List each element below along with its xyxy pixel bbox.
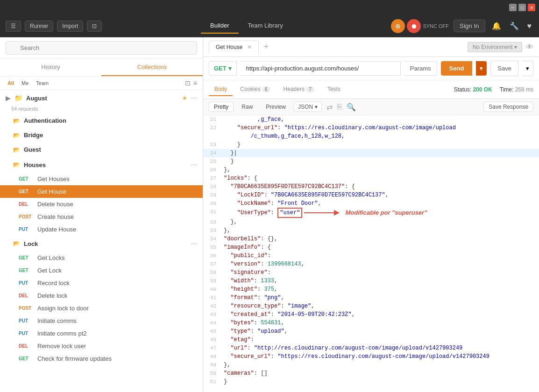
item-get-house[interactable]: GET Get House [0,185,203,198]
item-get-lock[interactable]: GET Get Lock [0,264,203,277]
json-viewer[interactable]: 21 ,g_face, 22 "secure_url": "https://re… [203,115,539,392]
method-get-badge: GET [19,356,34,361]
top-nav: ☰ Runner Import ⊡ Builder Team Library ⊕… [0,15,539,37]
star-icon: ★ [182,95,187,101]
group-houses[interactable]: 📂 Houses ··· [0,157,203,173]
resp-tab-headers[interactable]: Headers 7 [278,83,320,96]
item-assign-lock[interactable]: POST Assign lock to door [0,302,203,315]
json-line-27: 27 "locks": { [203,174,539,182]
record-button[interactable]: ⏺ [407,19,421,33]
item-record-lock[interactable]: PUT Record lock [0,277,203,289]
folder-icon: 📂 [13,132,20,139]
group-lock[interactable]: 📂 Lock ··· [0,236,203,252]
method-post-badge: POST [19,306,34,311]
json-line-34: 34 "doorbells": {}, [203,235,539,243]
group-guest[interactable]: 📂 Guest [0,142,203,157]
heart-icon[interactable]: ♥ [525,20,534,32]
runner-button[interactable]: Runner [25,21,53,32]
folder-icon: 📂 [13,161,20,168]
minimize-button[interactable]: ─ [509,4,517,11]
collections-list: ▶ 📁 August ★ ··· 54 requests 📂 Authentic… [0,90,203,392]
menu-button[interactable]: ☰ [6,21,21,32]
save-response-button[interactable]: Save Response [483,102,533,112]
search-input[interactable] [6,41,197,55]
add-tab-button[interactable]: + [261,42,271,52]
import-button[interactable]: Import [57,21,83,32]
tab-builder[interactable]: Builder [201,18,238,34]
sync-button[interactable]: ⊕ [391,19,405,33]
response-tabs: Body Cookies 6 Headers 7 Tests Status: 2… [203,80,539,99]
item-label: Get Lock [37,267,62,274]
send-dropdown-button[interactable]: ▾ [476,61,487,76]
main-layout: History Collections All Me Team ⊡ ≡ ▶ 📁 [0,37,539,392]
sort-icon[interactable]: ≡ [193,79,197,87]
url-input[interactable] [241,61,401,76]
group-authentication-label: Authentication [24,117,197,124]
json-line-37: 37 "version": 1399668143, [203,260,539,268]
filter-me[interactable]: Me [20,79,30,87]
raw-button[interactable]: Raw [236,102,258,112]
collection-august-name: August [26,95,178,102]
lock-more-icon[interactable]: ··· [191,239,197,248]
close-button[interactable]: ✕ [528,4,535,11]
json-line-22a: 22 "secure_url": "https://res.cloudinary… [203,124,539,132]
tab-collections[interactable]: Collections [101,59,203,76]
maximize-button[interactable]: □ [518,4,526,11]
json-line-47: 47 "url": "http://res.cloudinary.com/aug… [203,344,539,352]
filter-icon[interactable]: ⇄ [326,103,333,112]
resp-tab-tests[interactable]: Tests [322,83,346,96]
filter-all[interactable]: All [6,79,16,87]
bell-icon[interactable]: 🔔 [490,20,503,32]
json-line-43: 43 "created_at": "2014-05-09T20:42:23Z", [203,310,539,319]
item-get-houses[interactable]: GET Get Houses [0,173,203,185]
group-bridge[interactable]: 📂 Bridge [0,128,203,142]
method-select[interactable]: GET ▾ [209,61,237,76]
resp-tab-body[interactable]: Body [209,83,233,96]
preview-button[interactable]: Preview [261,102,291,112]
houses-more-icon[interactable]: ··· [191,161,197,169]
save-button[interactable]: Save [490,61,518,76]
save-dropdown-button[interactable]: ▾ [522,61,533,76]
resp-tab-cookies[interactable]: Cookies 6 [234,83,276,96]
item-create-house[interactable]: POST Create house [0,210,203,223]
eye-icon[interactable]: 👁 [526,43,533,51]
item-delete-lock[interactable]: DEL Delete lock [0,289,203,302]
right-panel: Get House ✕ + No Environment ▾ 👁 GET ▾ P… [203,37,539,392]
new-tab-button[interactable]: ⊡ [87,21,102,32]
method-label: GET [214,65,227,72]
sign-in-button[interactable]: Sign In [454,20,485,32]
item-update-house[interactable]: PUT Update House [0,223,203,236]
params-button[interactable]: Params [404,61,437,76]
item-remove-lock-user[interactable]: DEL Remove lock user [0,340,203,352]
send-button[interactable]: Send [441,61,473,76]
body-controls: Pretty Raw Preview JSON ▾ ⇄ ⎘ 🔍 Save Res… [203,99,539,115]
tab-close-icon[interactable]: ✕ [247,44,252,50]
more-options-icon[interactable]: ··· [191,94,197,102]
format-dropdown-icon: ▾ [315,104,318,110]
collection-august-header[interactable]: ▶ 📁 August ★ ··· [0,90,203,106]
group-authentication[interactable]: 📂 Authentication [0,113,203,128]
sidebar-tab-bar: History Collections [0,59,203,77]
env-selector[interactable]: No Environment ▾ [468,42,522,52]
json-line-39: 39 "width": 1333, [203,277,539,285]
tab-team-library[interactable]: Team Library [239,18,292,34]
pretty-button[interactable]: Pretty [209,102,234,112]
wrench-icon[interactable]: 🔧 [508,20,521,32]
filter-team[interactable]: Team [34,79,50,87]
format-select[interactable]: JSON ▾ [294,102,322,112]
copy-icon[interactable]: ⎘ [337,103,342,111]
search-json-icon[interactable]: 🔍 [347,103,356,112]
item-label: Delete house [37,201,73,208]
item-delete-house[interactable]: DEL Delete house [0,198,203,210]
folder-icon[interactable]: ⊡ [185,79,191,87]
json-line-29: 29 "LockID": "7B0CA6635E895F0D7EE597C92B… [203,191,539,199]
item-label: Get Houses [37,175,70,182]
item-initiate-comms[interactable]: PUT Initiate comms [0,315,203,327]
item-firmware-updates[interactable]: GET Check for firmware updates [0,352,203,365]
tab-history[interactable]: History [0,59,101,76]
method-post-badge: POST [19,214,34,219]
sync-group: ⊕ ⏺ SYNC OFF [391,19,449,33]
request-tab-get-house[interactable]: Get House ✕ [209,41,259,54]
item-get-locks[interactable]: GET Get Locks [0,252,203,264]
item-initiate-comms-pt2[interactable]: PUT Initiate comms pt2 [0,327,203,340]
